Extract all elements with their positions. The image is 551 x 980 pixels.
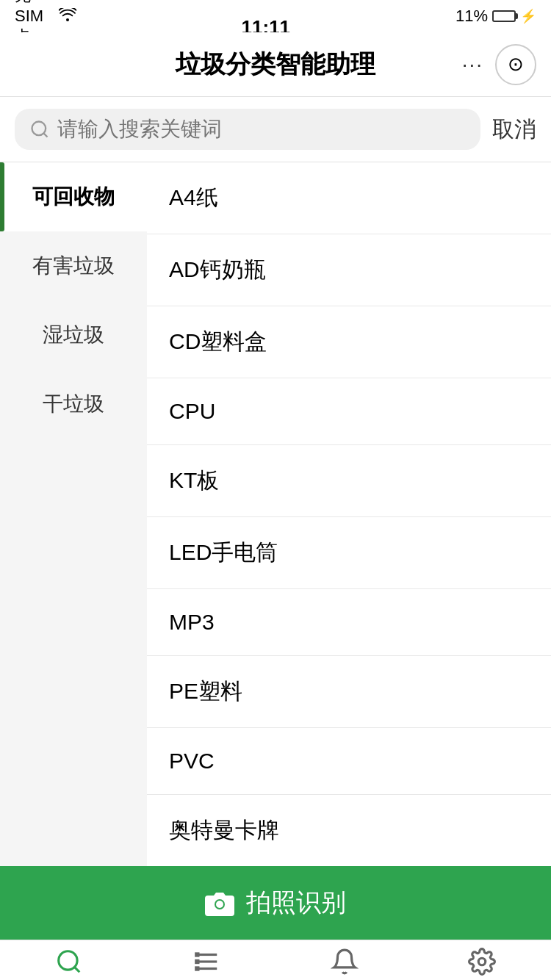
sidebar-item-hazardous[interactable]: 有害垃圾 — [0, 231, 147, 300]
list-item[interactable]: A4纸 — [147, 162, 551, 234]
list-item[interactable]: PVC — [147, 728, 551, 795]
more-icon[interactable]: ··· — [462, 53, 483, 76]
svg-rect-9 — [195, 952, 199, 956]
settings-tab-icon — [468, 948, 496, 981]
svg-rect-10 — [195, 959, 199, 963]
topic-tab-icon — [331, 948, 359, 981]
svg-point-0 — [32, 122, 46, 136]
search-input-wrap[interactable] — [15, 109, 480, 150]
cancel-button[interactable]: 取消 — [492, 115, 536, 145]
sidebar-item-label: 干垃圾 — [43, 392, 104, 415]
list-item[interactable]: PE塑料 — [147, 656, 551, 728]
photo-button-label: 拍照识别 — [246, 886, 346, 920]
list-item[interactable]: LED手电筒 — [147, 517, 551, 589]
tab-topic[interactable]: 专题 — [276, 948, 414, 981]
sidebar-item-recyclable[interactable]: 可回收物 — [0, 162, 147, 231]
svg-rect-11 — [195, 966, 199, 970]
sidebar-item-dry[interactable]: 干垃圾 — [0, 370, 147, 439]
header: 垃圾分类智能助理 ··· ⊙ — [0, 32, 551, 97]
item-list: A4纸 AD钙奶瓶 CD塑料盒 CPU KT板 LED手电筒 MP3 PE塑料 … — [147, 162, 551, 866]
svg-line-5 — [74, 967, 79, 972]
sidebar-item-label: 可回收物 — [32, 185, 115, 208]
main-content: 可回收物 有害垃圾 湿垃圾 干垃圾 A4纸 AD钙奶瓶 CD塑料盒 CPU KT… — [0, 162, 551, 866]
record-button[interactable]: ⊙ — [495, 44, 536, 85]
search-bar: 取消 — [0, 97, 551, 162]
search-input[interactable] — [57, 118, 466, 141]
list-item[interactable]: KT板 — [147, 445, 551, 517]
svg-point-3 — [216, 901, 223, 908]
status-right: 11% ⚡ — [455, 7, 536, 26]
search-tab-icon — [55, 948, 83, 981]
tab-settings[interactable]: 设置 — [414, 948, 552, 981]
sidebar-item-wet[interactable]: 湿垃圾 — [0, 300, 147, 370]
header-title: 垃圾分类智能助理 — [176, 48, 375, 82]
tab-bar: 搜索 分类 专题 — [0, 940, 551, 980]
photo-button[interactable]: 拍照识别 — [0, 866, 551, 940]
svg-line-1 — [43, 133, 47, 137]
list-item[interactable]: CPU — [147, 378, 551, 445]
classify-tab-icon — [192, 948, 220, 981]
tab-classify[interactable]: 分类 — [138, 948, 276, 981]
svg-point-12 — [479, 958, 486, 965]
battery-percent: 11% — [455, 7, 488, 26]
wifi-icon — [59, 7, 76, 26]
sidebar: 可回收物 有害垃圾 湿垃圾 干垃圾 — [0, 162, 147, 866]
list-item[interactable]: CD塑料盒 — [147, 306, 551, 378]
header-icons: ··· ⊙ — [462, 44, 536, 85]
tab-search[interactable]: 搜索 — [0, 948, 138, 981]
battery-icon — [492, 10, 516, 22]
search-icon — [29, 119, 50, 140]
sidebar-item-label: 湿垃圾 — [43, 323, 104, 346]
charging-icon: ⚡ — [520, 8, 536, 24]
record-icon: ⊙ — [508, 53, 524, 76]
camera-icon — [205, 890, 234, 916]
sidebar-item-label: 有害垃圾 — [32, 254, 115, 277]
status-bar: 无SIM卡 11:11 11% ⚡ — [0, 0, 551, 32]
list-item[interactable]: MP3 — [147, 589, 551, 656]
list-item[interactable]: 奥特曼卡牌 — [147, 795, 551, 866]
svg-point-4 — [59, 951, 77, 969]
list-item[interactable]: AD钙奶瓶 — [147, 234, 551, 306]
